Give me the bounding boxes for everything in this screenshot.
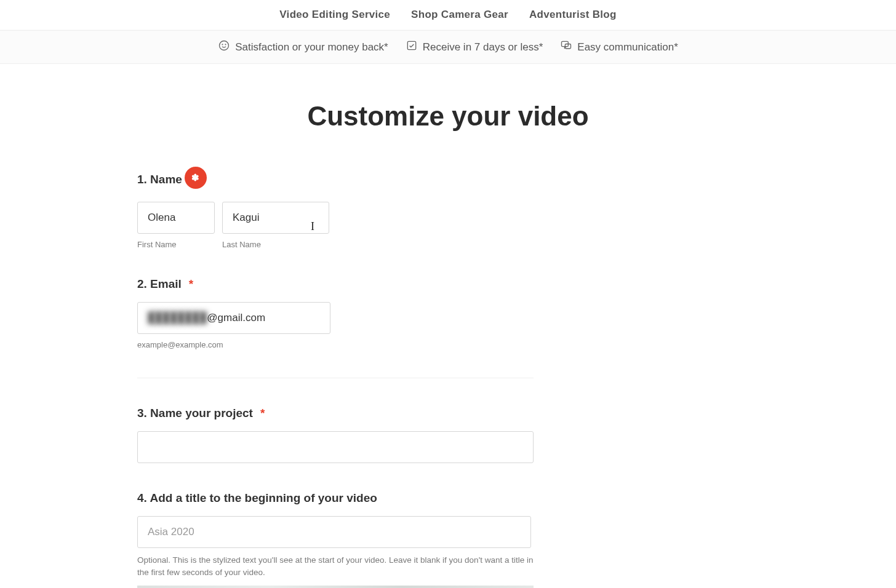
svg-point-2 <box>225 44 226 45</box>
email-input[interactable]: ████████@gmail.com <box>137 302 330 334</box>
label-email-text: 2. Email <box>137 277 182 291</box>
first-name-sublabel: First Name <box>137 240 215 249</box>
label-project-text: 3. Name your project <box>137 407 253 420</box>
video-title-input[interactable] <box>137 516 531 548</box>
svg-point-1 <box>222 44 223 45</box>
label-title-text: 4. Add a title to the beginning of your … <box>137 491 377 505</box>
email-domain: @gmail.com <box>207 312 265 324</box>
top-nav: Video Editing Service Shop Camera Gear A… <box>0 0 896 30</box>
label-name-text: 1. Name <box>137 173 182 186</box>
svg-point-0 <box>220 41 229 50</box>
section-name: 1. Name ✽ First Name Last Name <box>137 169 759 249</box>
smile-icon <box>218 39 230 55</box>
benefit-satisfaction: Satisfaction or your money back* <box>218 39 388 55</box>
label-email: 2. Email * <box>137 277 759 291</box>
label-name: 1. Name ✽ <box>137 169 759 191</box>
chat-icon <box>560 39 572 55</box>
required-star-icon: * <box>189 277 193 291</box>
svg-rect-3 <box>407 41 415 49</box>
section-email: 2. Email * ████████@gmail.com example@ex… <box>137 277 759 349</box>
section-divider <box>137 378 534 378</box>
email-local-redacted: ████████ <box>148 312 207 324</box>
nav-link-shop-gear[interactable]: Shop Camera Gear <box>411 9 508 21</box>
section-title: 4. Add a title to the beginning of your … <box>137 491 759 588</box>
page-title: Customize your video <box>137 101 759 132</box>
benefit-delivery: Receive in 7 days or less* <box>406 39 543 55</box>
benefit-text: Satisfaction or your money back* <box>235 41 388 54</box>
nav-link-video-editing[interactable]: Video Editing Service <box>279 9 390 21</box>
project-name-input[interactable] <box>137 431 534 463</box>
main-content: Customize your video 1. Name ✽ First Nam… <box>137 64 759 588</box>
nav-link-blog[interactable]: Adventurist Blog <box>529 9 617 21</box>
title-helper: Optional. This is the stylized text you'… <box>137 554 534 578</box>
preview-strip <box>137 586 534 588</box>
label-title: 4. Add a title to the beginning of your … <box>137 491 759 505</box>
benefit-communication: Easy communication* <box>560 39 678 55</box>
check-icon <box>406 39 418 55</box>
benefits-bar: Satisfaction or your money back* Receive… <box>0 30 896 64</box>
required-star-icon: * <box>260 407 265 420</box>
last-name-sublabel: Last Name <box>222 240 329 249</box>
first-name-input[interactable] <box>137 202 215 234</box>
section-project: 3. Name your project * <box>137 407 759 463</box>
last-name-input[interactable] <box>222 202 329 234</box>
required-badge-icon: ✽ <box>185 167 207 189</box>
email-helper: example@example.com <box>137 340 759 349</box>
label-project: 3. Name your project * <box>137 407 759 420</box>
benefit-text: Receive in 7 days or less* <box>423 41 543 54</box>
benefit-text: Easy communication* <box>577 41 678 54</box>
